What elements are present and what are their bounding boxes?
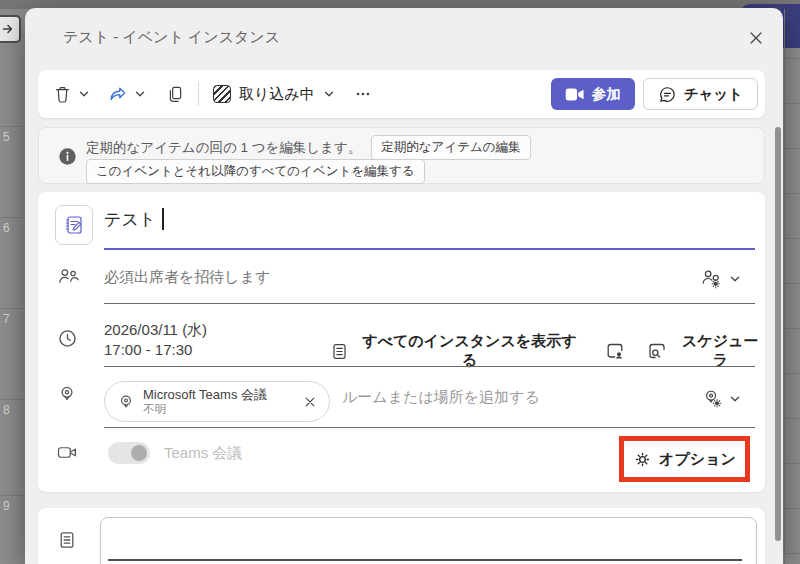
scheduler-button[interactable]: スケジューラ xyxy=(647,332,765,370)
attendees-underline xyxy=(104,303,755,304)
calendar-gridline xyxy=(0,399,24,400)
options-label: オプション xyxy=(659,450,736,469)
location-settings-icon xyxy=(702,388,723,409)
people-icon xyxy=(57,266,80,287)
chevron-down-icon xyxy=(729,273,741,285)
calendar-time-label: 6 xyxy=(3,221,10,235)
text-caret xyxy=(162,208,164,230)
location-chip-subtitle: 不明 xyxy=(143,402,301,416)
schedule-actions: すべてのインスタンスを表示する スケジューラ xyxy=(330,332,765,370)
banner-message: 定期的なアイテムの回の 1 つを編集します。 xyxy=(86,139,361,157)
calendar-search-icon xyxy=(647,341,667,361)
location-pin-icon xyxy=(117,393,135,411)
forward-button[interactable] xyxy=(105,78,131,110)
time-text: 17:00 - 17:30 xyxy=(104,340,207,360)
gear-icon xyxy=(633,450,652,469)
join-button[interactable]: 参加 xyxy=(551,78,635,110)
chat-bubble-icon xyxy=(658,85,677,104)
delete-button[interactable] xyxy=(50,78,75,110)
background-arrow-icon xyxy=(0,15,21,43)
calendar-gridline xyxy=(0,217,24,218)
chat-label: チャット xyxy=(684,85,743,104)
agenda-list-icon xyxy=(330,342,349,361)
teams-meeting-label: Teams 会議 xyxy=(164,444,242,463)
close-icon xyxy=(303,395,317,409)
datetime-display[interactable]: 2026/03/11 (水) 17:00 - 17:30 xyxy=(104,320,207,360)
calendar-time-label: 8 xyxy=(3,403,10,417)
event-dialog: テスト - イベント インスタンス xyxy=(25,8,783,564)
title-input[interactable] xyxy=(104,209,162,229)
copy-button[interactable] xyxy=(163,78,188,110)
description-editor[interactable] xyxy=(100,517,757,564)
chat-button[interactable]: チャット xyxy=(643,78,758,110)
camera-icon xyxy=(57,443,79,462)
remove-location-button[interactable] xyxy=(301,393,319,411)
location-input[interactable] xyxy=(342,388,612,405)
people-settings-icon xyxy=(700,268,723,289)
location-options-button[interactable] xyxy=(702,388,741,409)
editor-divider xyxy=(108,559,742,561)
title-input-wrap[interactable] xyxy=(104,208,164,230)
edit-this-and-following-button[interactable]: このイベントとそれ以降のすべてのイベントを編集する xyxy=(86,159,425,184)
availability-button[interactable] xyxy=(602,339,628,363)
clock-icon xyxy=(57,328,78,349)
calendar-gridline xyxy=(0,126,24,127)
title-underline xyxy=(104,248,755,250)
trash-icon xyxy=(53,85,72,104)
scheduler-label: スケジューラ xyxy=(675,332,765,370)
location-underline xyxy=(104,427,755,428)
show-as-status-button[interactable]: 取り込み中 xyxy=(209,78,339,110)
toolbar-divider xyxy=(198,82,199,106)
chevron-down-icon xyxy=(323,88,335,100)
status-label: 取り込み中 xyxy=(239,85,315,104)
edit-series-button[interactable]: 定期的なアイテムの編集 xyxy=(371,135,530,160)
calendar-person-icon xyxy=(605,341,625,361)
more-horizontal-icon xyxy=(354,85,372,103)
join-label: 参加 xyxy=(592,85,621,104)
teams-meeting-toggle[interactable] xyxy=(108,442,150,464)
location-chip-title: Microsoft Teams 会議 xyxy=(143,388,301,402)
chevron-down-icon xyxy=(729,393,741,405)
copy-icon xyxy=(166,85,185,104)
description-section xyxy=(38,508,765,564)
calendar-time-label: 5 xyxy=(3,130,10,144)
toggle-knob xyxy=(131,445,147,461)
toolbar: 取り込み中 参加 xyxy=(38,70,765,118)
calendar-time-label: 9 xyxy=(3,499,10,513)
close-icon xyxy=(747,29,765,47)
video-camera-icon xyxy=(565,87,585,102)
recurrence-banner: 定期的なアイテムの回の 1 つを編集します。 定期的なアイテムの編集 このイベン… xyxy=(38,127,765,184)
event-form: 2026/03/11 (水) 17:00 - 17:30 すべてのインスタンスを… xyxy=(38,192,765,492)
location-pin-icon xyxy=(57,384,77,404)
calendar-grid-right xyxy=(784,9,800,564)
annotation-highlight: オプション xyxy=(619,436,750,482)
show-all-instances-label: すべてのインスタンスを表示する xyxy=(357,332,582,370)
notebook-edit-icon xyxy=(63,214,85,236)
chevron-down-icon xyxy=(134,88,146,100)
calendar-gridline xyxy=(0,308,24,309)
info-icon xyxy=(58,147,77,166)
location-chip[interactable]: Microsoft Teams 会議 不明 xyxy=(104,381,330,422)
dialog-scrollbar[interactable] xyxy=(775,127,781,541)
delete-menu-chevron[interactable] xyxy=(75,78,93,110)
date-text: 2026/03/11 (水) xyxy=(104,320,207,340)
notes-icon xyxy=(57,530,77,550)
attendees-input[interactable] xyxy=(104,268,624,285)
show-all-instances-button[interactable]: すべてのインスタンスを表示する xyxy=(330,332,582,370)
calendar-time-label: 7 xyxy=(3,312,10,326)
calendar-gridline xyxy=(0,495,24,496)
schedule-underline xyxy=(104,366,755,367)
forward-menu-chevron[interactable] xyxy=(131,78,149,110)
meeting-options-button[interactable]: オプション xyxy=(633,450,736,469)
more-options-button[interactable] xyxy=(351,78,375,110)
location-chip-texts: Microsoft Teams 会議 不明 xyxy=(143,388,301,416)
forward-arrow-icon xyxy=(108,84,128,104)
event-style-button[interactable] xyxy=(55,205,93,245)
chevron-down-icon xyxy=(78,88,90,100)
close-button[interactable] xyxy=(743,25,769,51)
attendee-options-button[interactable] xyxy=(700,268,741,289)
screen: 5 6 7 8 9 テスト - イベント インスタンス xyxy=(0,0,800,564)
busy-status-icon xyxy=(213,85,231,103)
dialog-title: テスト - イベント インスタンス xyxy=(63,28,280,47)
